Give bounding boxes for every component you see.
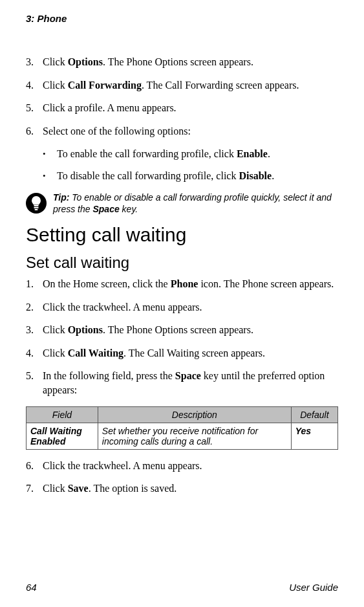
step-number: 6. (26, 459, 43, 473)
step-text: Click the trackwheel. A menu appears. (43, 459, 338, 473)
step-text: Select one of the following options: (43, 124, 338, 138)
table-header-field: Field (27, 406, 98, 423)
step-item: 3. Click Options. The Phone Options scre… (26, 55, 338, 69)
step-text: Click Call Forwarding. The Call Forwardi… (43, 78, 338, 93)
subsection-heading: Set call waiting (26, 254, 338, 272)
table-row: Call Waiting Enabled Set whether you rec… (27, 423, 338, 449)
step-text: Click Options. The Phone Options screen … (43, 323, 338, 337)
svg-rect-2 (34, 207, 39, 208)
step-number: 6. (26, 124, 43, 138)
step-item: 4. Click Call Forwarding. The Call Forwa… (26, 78, 338, 93)
footer-label: User Guide (289, 582, 338, 593)
chapter-header: 3: Phone (26, 13, 338, 24)
bullet-dot: • (43, 169, 57, 183)
section-heading: Setting call waiting (26, 224, 338, 246)
step-item: 4. Click Call Waiting. The Call Waiting … (26, 346, 338, 360)
step-number: 4. (26, 346, 43, 360)
lightbulb-icon (26, 193, 47, 214)
step-item: 1. On the Home screen, click the Phone i… (26, 277, 338, 291)
step-item: 6. Click the trackwheel. A menu appears. (26, 459, 338, 473)
page-footer: 64 User Guide (26, 582, 338, 593)
step-number: 3. (26, 323, 43, 337)
page-number: 64 (26, 582, 37, 593)
step-number: 7. (26, 481, 43, 496)
table-cell-field: Call Waiting Enabled (27, 423, 98, 449)
table-cell-description: Set whether you receive notification for… (98, 423, 291, 449)
step-item: 6. Select one of the following options: (26, 124, 338, 138)
tip-callout: Tip: To enable or disable a call forward… (26, 192, 338, 215)
field-table: Field Description Default Call Waiting E… (26, 406, 338, 450)
bullet-text: To enable the call forwarding profile, c… (57, 147, 338, 161)
table-cell-default: Yes (291, 423, 337, 449)
svg-rect-3 (35, 209, 38, 210)
step-text: On the Home screen, click the Phone icon… (43, 277, 338, 291)
step-text: Click Options. The Phone Options screen … (43, 55, 338, 69)
tip-text: Tip: To enable or disable a call forward… (53, 192, 338, 215)
table-header-description: Description (98, 406, 291, 423)
step-item: 2. Click the trackwheel. A menu appears. (26, 300, 338, 315)
bullet-item: • To enable the call forwarding profile,… (26, 147, 338, 161)
bullet-item: • To disable the call forwarding profile… (26, 169, 338, 183)
step-item: 5. In the following field, press the Spa… (26, 369, 338, 397)
step-text: Click Call Waiting. The Call Waiting scr… (43, 346, 338, 360)
step-item: 5. Click a profile. A menu appears. (26, 101, 338, 115)
step-number: 1. (26, 277, 43, 291)
step-text: Click a profile. A menu appears. (43, 101, 338, 115)
bullet-text: To disable the call forwarding profile, … (57, 169, 338, 183)
bullet-dot: • (43, 147, 57, 161)
step-text: Click the trackwheel. A menu appears. (43, 300, 338, 315)
step-number: 3. (26, 55, 43, 69)
step-item: 7. Click Save. The option is saved. (26, 481, 338, 496)
step-text: Click Save. The option is saved. (43, 481, 338, 496)
step-number: 4. (26, 78, 43, 93)
step-number: 5. (26, 101, 43, 115)
step-text: In the following field, press the Space … (43, 369, 338, 397)
step-number: 2. (26, 300, 43, 315)
step-number: 5. (26, 369, 43, 383)
table-header-default: Default (291, 406, 337, 423)
svg-rect-1 (34, 205, 39, 206)
step-item: 3. Click Options. The Phone Options scre… (26, 323, 338, 337)
